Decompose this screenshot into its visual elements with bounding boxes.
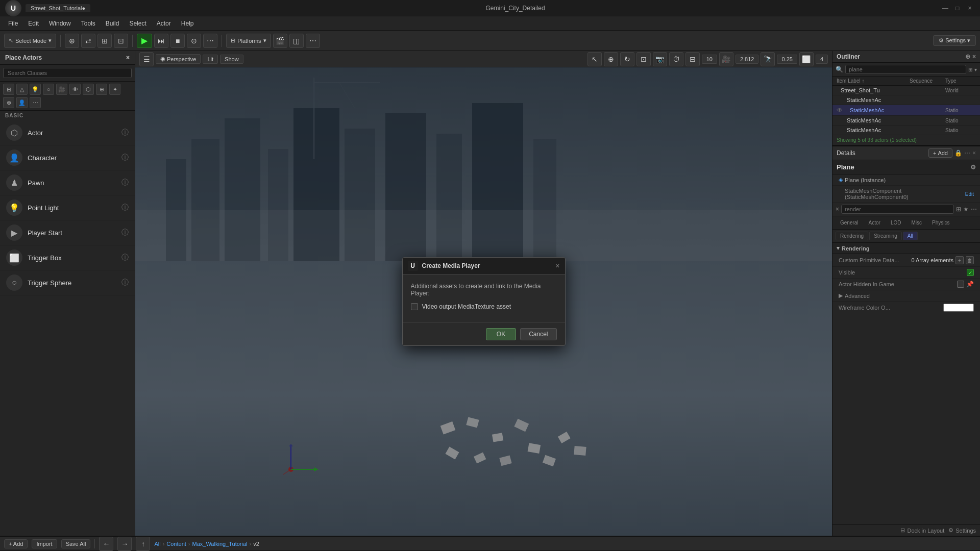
actor-item-actor[interactable]: ⬡ Actor ⓘ bbox=[0, 120, 135, 145]
remove-element-btn[interactable]: 🗑 bbox=[966, 256, 974, 264]
grid-snap-btn[interactable]: ⊕ bbox=[604, 52, 618, 66]
outliner-search-input[interactable] bbox=[845, 65, 966, 74]
dialog-close-btn[interactable]: × bbox=[555, 262, 559, 270]
actor-filter-all[interactable]: ⊞ bbox=[3, 84, 14, 95]
settings-btn[interactable]: ⚙ Settings ▾ bbox=[933, 35, 976, 46]
cinematic-btn[interactable]: 🎬 bbox=[273, 34, 287, 48]
outliner-row-0[interactable]: Street_Shot_Tu World bbox=[832, 86, 980, 95]
breadcrumb-all[interactable]: All bbox=[154, 541, 160, 547]
details-search-input[interactable] bbox=[841, 205, 954, 214]
actor-filter-vr[interactable]: ⊚ bbox=[3, 97, 14, 108]
actor-filter-lights[interactable]: 💡 bbox=[30, 84, 41, 95]
actor-tool-btn[interactable]: ⊕ bbox=[65, 34, 79, 48]
sequencer-btn[interactable]: ◫ bbox=[289, 34, 304, 48]
outliner-row-2[interactable]: 👁 StaticMeshAc Statio bbox=[832, 105, 980, 116]
res-val[interactable]: 4 bbox=[816, 55, 828, 64]
snap-btn[interactable]: ⊞ bbox=[97, 34, 112, 48]
scale-snap-btn[interactable]: ⊡ bbox=[636, 52, 651, 66]
actor-item-trigger-sphere[interactable]: ○ Trigger Sphere ⓘ bbox=[0, 270, 135, 295]
advanced-section[interactable]: ▶ Advanced bbox=[832, 290, 980, 302]
camera-speed-val[interactable]: 2.812 bbox=[736, 55, 759, 64]
title-bar-controls[interactable]: — □ × bbox=[940, 3, 975, 13]
menu-edit[interactable]: Edit bbox=[24, 19, 43, 28]
stop-btn[interactable]: ■ bbox=[170, 34, 185, 48]
filter-tab-misc[interactable]: Misc bbox=[906, 218, 926, 227]
filter-tab-lod[interactable]: LOD bbox=[886, 218, 906, 227]
cb-back-btn[interactable]: ← bbox=[99, 537, 113, 551]
minimize-btn[interactable]: — bbox=[940, 3, 950, 13]
outliner-row-4[interactable]: StaticMeshAc Statio bbox=[832, 126, 980, 135]
grid-vis-btn[interactable]: ⊟ bbox=[685, 52, 700, 66]
skip-btn[interactable]: ⏭ bbox=[154, 34, 168, 48]
filter-tab-actor[interactable]: Actor bbox=[864, 218, 885, 227]
cb-save-all-btn[interactable]: Save All bbox=[61, 539, 91, 548]
dialog-cancel-button[interactable]: Cancel bbox=[520, 328, 556, 340]
actor-filter-vols[interactable]: ⬡ bbox=[83, 84, 94, 95]
more-btn[interactable]: ⋯ bbox=[203, 34, 217, 48]
details-grid-icon[interactable]: ⊞ bbox=[956, 206, 961, 213]
dialog-ok-button[interactable]: OK bbox=[486, 328, 516, 340]
details-add-btn[interactable]: + Add bbox=[928, 148, 952, 158]
fov-val[interactable]: 0.25 bbox=[777, 55, 797, 64]
filter-tab-general[interactable]: General bbox=[836, 218, 863, 227]
dialog-checkbox[interactable] bbox=[411, 303, 418, 310]
actor-item-pawn[interactable]: ♟ Pawn ⓘ bbox=[0, 170, 135, 195]
platforms-btn[interactable]: ⊟ Platforms ▾ bbox=[226, 34, 271, 48]
actor-filter-geo[interactable]: △ bbox=[16, 84, 28, 95]
cb-up-btn[interactable]: ↑ bbox=[136, 537, 150, 551]
cb-add-btn[interactable]: + Add bbox=[4, 539, 28, 548]
play-btn[interactable]: ▶ bbox=[137, 34, 152, 48]
select-mode-btn[interactable]: ↖ Select Mode ▾ bbox=[4, 34, 56, 48]
dock-in-layout-btn[interactable]: ⊟ Dock in Layout bbox=[900, 527, 944, 534]
viewport-canvas[interactable]: 📷 [ Pilot Active - CineCameraActor1 ] bbox=[135, 67, 832, 536]
add-element-btn[interactable]: + bbox=[955, 256, 964, 264]
details-bookmark-icon[interactable]: ★ bbox=[963, 206, 969, 213]
details-search-close[interactable]: × bbox=[836, 206, 839, 213]
render-tab-rendering[interactable]: Rendering bbox=[836, 232, 868, 240]
viewport-menu-btn[interactable]: ☰ bbox=[139, 52, 154, 66]
edit-link[interactable]: Edit bbox=[965, 191, 974, 197]
visible-checkbox[interactable]: ✓ bbox=[967, 269, 974, 276]
outliner-icons[interactable]: ⊕ bbox=[965, 53, 970, 60]
actor-filter-char[interactable]: 👤 bbox=[16, 97, 28, 108]
actor-filter-nav[interactable]: ⊕ bbox=[96, 84, 107, 95]
menu-select[interactable]: Select bbox=[125, 19, 150, 28]
actor-filter-shapes[interactable]: ○ bbox=[43, 84, 54, 95]
transform-btn[interactable]: ⇄ bbox=[81, 34, 95, 48]
actor-item-character[interactable]: 👤 Character ⓘ bbox=[0, 145, 135, 170]
outliner-sort-btn[interactable]: ⊞ bbox=[968, 67, 972, 72]
grid-size-btn[interactable]: 10 bbox=[702, 55, 717, 64]
outliner-eye-2[interactable]: 👁 bbox=[837, 107, 843, 114]
outliner-row-1[interactable]: StaticMeshAc bbox=[832, 95, 980, 105]
details-options-icon[interactable]: ⋯ bbox=[971, 206, 977, 213]
lit-btn[interactable]: Lit bbox=[203, 55, 218, 64]
render-tab-streaming[interactable]: Streaming bbox=[869, 232, 902, 240]
selection-mode-btn[interactable]: ↖ bbox=[587, 52, 602, 66]
launch-btn[interactable]: ⊙ bbox=[187, 34, 201, 48]
maximize-btn[interactable]: □ bbox=[952, 3, 963, 13]
breadcrumb-content[interactable]: Content bbox=[166, 541, 186, 547]
hidden-in-game-checkbox[interactable] bbox=[957, 281, 964, 288]
perspective-btn[interactable]: ◉ Perspective bbox=[156, 54, 201, 64]
menu-help[interactable]: Help bbox=[177, 19, 198, 28]
actor-item-trigger-box[interactable]: ⬜ Trigger Box ⓘ bbox=[0, 245, 135, 270]
editor-btn[interactable]: ⋯ bbox=[306, 34, 320, 48]
menu-window[interactable]: Window bbox=[45, 19, 75, 28]
cb-import-btn[interactable]: Import bbox=[32, 539, 57, 548]
settings-cog-icon[interactable]: ⚙ bbox=[970, 164, 976, 171]
close-btn[interactable]: × bbox=[965, 3, 975, 13]
actor-filter-fx[interactable]: ✦ bbox=[109, 84, 120, 95]
grid-btn[interactable]: ⊡ bbox=[114, 34, 128, 48]
tab-label[interactable]: Street_Shot_Tutorial● bbox=[26, 4, 90, 12]
menu-file[interactable]: File bbox=[4, 19, 22, 28]
hidden-pin-icon[interactable]: 📌 bbox=[966, 281, 974, 288]
rendering-section-header[interactable]: ▾ Rendering bbox=[832, 243, 980, 254]
cb-forward-btn[interactable]: → bbox=[117, 537, 132, 551]
wireframe-color-swatch[interactable] bbox=[943, 304, 974, 312]
actor-item-player-start[interactable]: ▶ Player Start ⓘ bbox=[0, 220, 135, 245]
outliner-filter-btn[interactable]: ▾ bbox=[974, 67, 977, 72]
menu-actor[interactable]: Actor bbox=[153, 19, 175, 28]
breadcrumb-v2[interactable]: v2 bbox=[253, 541, 259, 547]
filter-tab-physics[interactable]: Physics bbox=[927, 218, 954, 227]
show-btn[interactable]: Show bbox=[220, 55, 243, 64]
